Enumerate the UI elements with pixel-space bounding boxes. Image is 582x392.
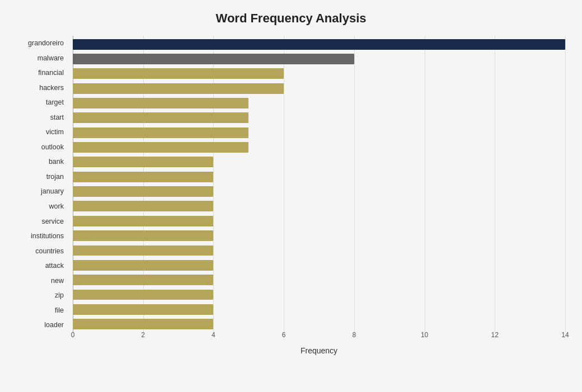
bar-row-work [73,199,565,214]
bar-row-victim [73,125,565,140]
x-tick-2: 2 [141,331,145,339]
y-label-loader: loader [44,318,68,333]
bar-row-new [73,273,565,287]
bar-target [73,98,248,108]
bar-row-service [73,214,565,228]
x-tick-6: 6 [282,331,286,339]
bar-row-target [73,96,565,110]
y-label-file: file [55,303,68,318]
y-label-attack: attack [45,258,68,273]
y-label-countries: countries [35,244,68,259]
bar-hackers [73,83,284,94]
y-label-victim: victim [46,125,68,140]
y-axis-labels: grandoreiromalwarefinancialhackerstarget… [17,36,73,333]
y-label-bank: bank [49,154,68,169]
y-label-start: start [50,110,68,125]
y-label-institutions: institutions [31,229,68,244]
bar-victim [73,127,248,138]
y-label-financial: financial [38,65,68,81]
x-tick-14: 14 [561,331,569,339]
bar-row-financial [73,67,565,81]
bar-row-january [73,184,565,199]
bar-row-institutions [73,228,565,243]
y-label-service: service [41,214,68,229]
bar-institutions [73,230,213,241]
y-label-work: work [49,199,68,214]
bar-zip [73,290,213,300]
bar-attack [73,260,213,271]
bar-row-file [73,302,565,317]
y-label-hackers: hackers [39,81,68,96]
bar-row-bank [73,155,565,169]
y-label-zip: zip [55,288,68,303]
bar-row-hackers [73,81,565,96]
x-tick-12: 12 [491,331,499,339]
x-tick-10: 10 [421,331,428,339]
y-label-trojan: trojan [46,169,68,185]
y-label-new: new [51,273,68,289]
chart-title: Word Frequency Analysis [17,11,565,26]
x-tick-0: 0 [71,331,75,339]
bar-outlook [73,142,248,153]
bar-january [73,186,213,197]
x-axis-title: Frequency [73,346,565,355]
y-label-malware: malware [37,51,68,66]
bar-row-malware [73,51,565,66]
bar-row-trojan [73,169,565,184]
grid-line-14 [565,36,566,333]
y-label-january: january [41,184,68,199]
bar-loader [73,319,213,329]
bar-start [73,112,248,123]
bar-service [73,216,213,226]
y-label-grandoreiro: grandoreiro [28,36,68,51]
bar-work [73,201,213,211]
bar-row-grandoreiro [73,37,565,51]
bar-grandoreiro [73,39,565,50]
bar-row-countries [73,243,565,258]
bar-row-zip [73,287,565,302]
bar-bank [73,157,213,167]
x-tick-8: 8 [353,331,356,339]
bar-row-attack [73,258,565,272]
bar-file [73,304,213,315]
bar-row-start [73,111,565,125]
bar-financial [73,68,284,79]
bar-trojan [73,172,213,182]
x-tick-4: 4 [212,331,215,339]
bar-malware [73,54,354,64]
bar-new [73,275,213,285]
bar-countries [73,245,213,256]
y-label-target: target [46,95,68,110]
bar-row-outlook [73,140,565,154]
chart-container: Word Frequency Analysis grandoreiromalwa… [0,0,582,392]
y-label-outlook: outlook [41,140,68,155]
bar-row-loader [73,317,565,332]
